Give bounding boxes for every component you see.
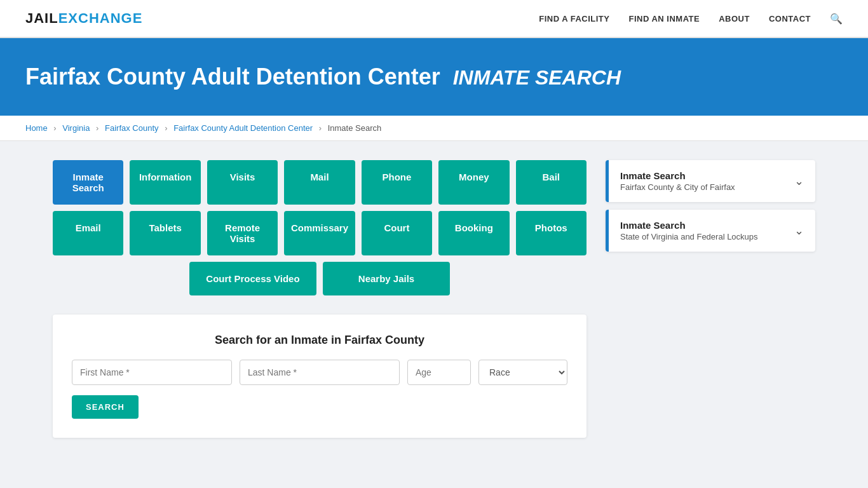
search-fields: Race White Black Hispanic Asian Other [72, 360, 567, 385]
hero-badge: INMATE SEARCH [453, 66, 621, 89]
logo-jail: JAIL [25, 10, 58, 26]
btn-court[interactable]: Court [362, 211, 432, 255]
nav-find-inmate-link[interactable]: FIND AN INMATE [628, 14, 700, 24]
search-title: Search for an Inmate in Fairfax County [72, 334, 567, 347]
sidebar-card-2-text: Inmate Search State of Virginia and Fede… [620, 220, 758, 241]
hero-title: Fairfax County Adult Detention Center IN… [25, 64, 843, 90]
nav-buttons-grid: Inmate Search Information Visits Mail Ph… [53, 160, 587, 295]
first-name-input[interactable] [72, 360, 232, 385]
btn-court-process-video[interactable]: Court Process Video [189, 262, 316, 295]
btn-nearby-jails[interactable]: Nearby Jails [323, 262, 450, 295]
breadcrumb-home[interactable]: Home [25, 123, 48, 133]
breadcrumb: Home › Virginia › Fairfax County › Fairf… [0, 116, 868, 141]
nav-find-facility-link[interactable]: FIND A FACILITY [539, 14, 609, 24]
btn-remote-visits[interactable]: Remote Visits [207, 211, 278, 255]
hero-facility-name: Fairfax County Adult Detention Center [25, 64, 440, 90]
breadcrumb-fairfax-county[interactable]: Fairfax County [105, 123, 159, 133]
btn-photos[interactable]: Photos [516, 211, 587, 255]
nav-btn-row-2: Email Tablets Remote Visits Commissary C… [53, 211, 587, 255]
sidebar-card-1: Inmate Search Fairfax County & City of F… [606, 160, 815, 202]
navbar: JAILEXCHANGE FIND A FACILITY FIND AN INM… [0, 0, 868, 38]
chevron-down-icon-2: ⌄ [794, 224, 804, 238]
nav-find-facility[interactable]: FIND A FACILITY [539, 13, 609, 24]
breadcrumb-current: Inmate Search [328, 123, 382, 133]
btn-bail[interactable]: Bail [516, 160, 587, 205]
age-input[interactable] [407, 360, 471, 385]
sidebar-card-2: Inmate Search State of Virginia and Fede… [606, 210, 815, 252]
btn-tablets[interactable]: Tablets [130, 211, 200, 255]
btn-booking[interactable]: Booking [438, 211, 509, 255]
search-box: Search for an Inmate in Fairfax County R… [53, 315, 587, 438]
sidebar-card-1-subtitle: Fairfax County & City of Fairfax [620, 182, 735, 192]
nav-about-link[interactable]: ABOUT [719, 14, 750, 24]
content-row: Inmate Search Information Visits Mail Ph… [53, 160, 815, 438]
btn-inmate-search[interactable]: Inmate Search [53, 160, 123, 205]
sidebar-card-1-header[interactable]: Inmate Search Fairfax County & City of F… [606, 160, 815, 202]
nav-about[interactable]: ABOUT [719, 13, 750, 24]
main-column: Inmate Search Information Visits Mail Ph… [53, 160, 587, 438]
race-select[interactable]: Race White Black Hispanic Asian Other [478, 360, 567, 385]
nav-search-icon[interactable]: 🔍 [830, 13, 843, 25]
btn-commissary[interactable]: Commissary [284, 211, 355, 255]
breadcrumb-facility[interactable]: Fairfax County Adult Detention Center [173, 123, 313, 133]
sidebar-column: Inmate Search Fairfax County & City of F… [606, 160, 815, 259]
btn-money[interactable]: Money [438, 160, 509, 205]
sidebar-card-2-title: Inmate Search [620, 220, 758, 231]
sidebar-card-2-subtitle: State of Virginia and Federal Lockups [620, 232, 758, 241]
sidebar-card-1-title: Inmate Search [620, 170, 735, 181]
nav-btn-row-3: Court Process Video Nearby Jails [53, 262, 587, 295]
btn-email[interactable]: Email [53, 211, 123, 255]
nav-contact[interactable]: CONTACT [769, 13, 811, 24]
chevron-down-icon-1: ⌄ [794, 174, 804, 188]
search-button[interactable]: SEARCH [72, 395, 139, 419]
last-name-input[interactable] [240, 360, 400, 385]
btn-visits[interactable]: Visits [207, 160, 278, 205]
sidebar-card-2-header[interactable]: Inmate Search State of Virginia and Fede… [606, 210, 815, 252]
hero-banner: Fairfax County Adult Detention Center IN… [0, 38, 868, 116]
nav-btn-row-1: Inmate Search Information Visits Mail Ph… [53, 160, 587, 205]
nav-links: FIND A FACILITY FIND AN INMATE ABOUT CON… [539, 13, 843, 25]
nav-find-inmate[interactable]: FIND AN INMATE [628, 13, 700, 24]
nav-contact-link[interactable]: CONTACT [769, 14, 811, 24]
breadcrumb-virginia[interactable]: Virginia [62, 123, 90, 133]
content-area: Inmate Search Information Visits Mail Ph… [27, 141, 841, 457]
btn-mail[interactable]: Mail [284, 160, 355, 205]
logo[interactable]: JAILEXCHANGE [25, 10, 142, 27]
sidebar-card-1-text: Inmate Search Fairfax County & City of F… [620, 170, 735, 192]
btn-information[interactable]: Information [130, 160, 200, 205]
logo-exchange: EXCHANGE [58, 10, 143, 26]
btn-phone[interactable]: Phone [362, 160, 432, 205]
